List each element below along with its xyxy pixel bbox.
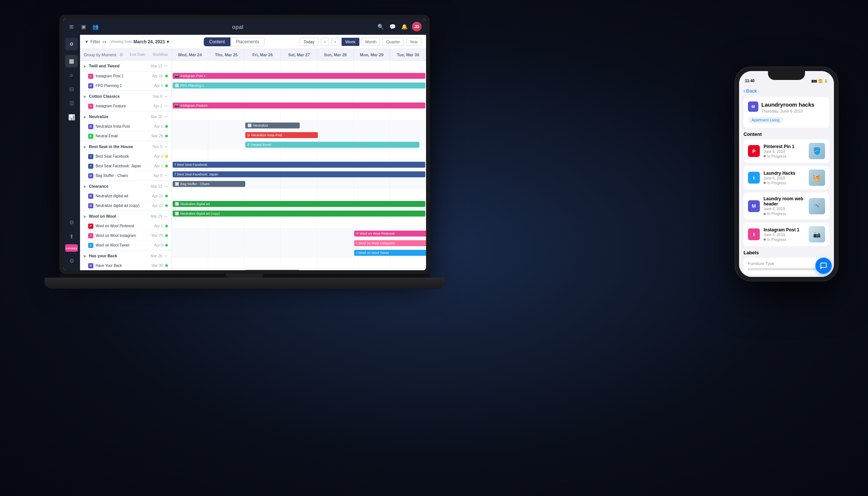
bar-instagram-feature[interactable]: 📷 Instagram Feature — [173, 103, 425, 108]
people-icon[interactable]: 👥 — [91, 23, 99, 31]
bar-wool-tweet[interactable]: t Wool on Wool Tweet — [354, 250, 426, 256]
phone-content-info-1: Pinterest Pin 1 June 6, 2019 In Progress — [764, 144, 805, 158]
phone-content-item-instagram[interactable]: I Instagram Post 1 June 6, 2019 In Progr… — [744, 222, 829, 246]
chat-icon[interactable]: 💬 — [388, 23, 396, 31]
phone-content-item-pinterest[interactable]: P Pinterest Pin 1 June 6, 2019 In Progre… — [744, 139, 829, 163]
moment-header-neutralize[interactable]: ▶ Neutralize Mar 26 •• — [80, 111, 172, 122]
item-wool-tweet[interactable]: t Wool on Wool Tweet Apr 8 — [80, 241, 172, 250]
monitor-icon[interactable]: ▣ — [79, 23, 87, 31]
year-view-button[interactable]: Year — [406, 38, 422, 46]
chart-icon[interactable]: 📊 — [65, 111, 78, 124]
item-platform-icon: M — [748, 101, 758, 112]
moment-header-hasback[interactable]: ▶ Has your Back Mar 26 •• — [80, 251, 172, 261]
bar-bestseat-fb-japan[interactable]: f Best Seat Facebook: Japan — [173, 171, 425, 177]
item-neutral-email[interactable]: E Neutral Email Mar 29 — [80, 131, 172, 141]
calendar-rows: 📷 Instagram Post 1 — [172, 61, 426, 270]
tasks-icon[interactable]: ☰ — [65, 97, 78, 110]
bar-wool-pinterest[interactable]: P Wool on Wool Pinterest — [354, 231, 426, 237]
group-by-label[interactable]: Group by Moment — [84, 53, 116, 57]
status-dot-green — [165, 75, 168, 77]
bar-wool-instagram[interactable]: I Wool on Wool Instagram — [354, 240, 426, 246]
left-panel: Group by Moment ⚙ End Date Workflow — [80, 49, 172, 270]
moment-header-clearance[interactable]: ▶ Clearance Mar 23 •• — [80, 181, 172, 191]
list-icon[interactable]: ≡ — [65, 69, 78, 81]
item-have-your-back[interactable]: D Have Your Back Mar 30 — [80, 261, 172, 270]
sidebar-toggle-icon[interactable]: ⊞ — [67, 23, 76, 31]
secondary-toolbar: ▼ Filter ↦ Viewing from March 24, 2021 ▾… — [80, 35, 426, 49]
next-arrow[interactable]: › — [331, 38, 339, 46]
cal-row-wool-tweet: t Wool on Wool Tweet — [172, 248, 426, 258]
settings-icon[interactable]: ⚙ — [65, 216, 78, 229]
item-instagram-post1[interactable]: I Instagram Post 1 Apr 15 — [80, 71, 172, 81]
moment-header-bestseat[interactable]: ▶ Best Seat in the House Nov 5 •• — [80, 141, 172, 152]
cal-row-instagram-post1: 📷 Instagram Post 1 — [172, 71, 426, 81]
status-dot-2 — [764, 182, 766, 184]
item-fpo-planning[interactable]: D FPO Planning 1 Apr 6 — [80, 81, 172, 91]
cal-row-has-your-back: ⬜ Has your Back — [172, 268, 426, 270]
quarter-view-button[interactable]: Quarter — [382, 38, 403, 46]
content-date-2: June 6, 2019 — [764, 176, 805, 180]
phone-content-item-display[interactable]: M Laundry room web header June 6, 2019 I… — [744, 192, 829, 219]
phone-content-area[interactable]: M Laundryroom hacks Thursday, June 6 201… — [739, 97, 834, 277]
calendar-icon[interactable]: ▦ — [65, 55, 78, 67]
content-date-1: June 6, 2019 — [764, 150, 805, 154]
bar-instagram-post1[interactable]: 📷 Instagram Post 1 — [173, 73, 425, 79]
content-status-4: In Progress — [764, 238, 805, 242]
pinterest-icon: P — [88, 224, 93, 229]
phone: 11:40 ▮▮▮ 📶 🔋 ‹ Back M — [735, 67, 838, 281]
content-thumb-3: 🚿 — [809, 198, 825, 214]
chat-fab[interactable] — [815, 258, 832, 274]
search-icon[interactable]: 🔍 — [376, 23, 385, 31]
moment-header-wool[interactable]: ▶ Wool on Wool Mar 29 •• — [80, 211, 172, 221]
fb-icon: f — [88, 154, 93, 159]
bar-digital-ad-copy[interactable]: ⬜ Neutralize digital ad (copy) — [173, 211, 425, 217]
moment-group-bestseat: ▶ Best Seat in the House Nov 5 •• f Best… — [80, 141, 172, 181]
user-avatar[interactable]: JD — [412, 22, 422, 31]
item-neutralize-insta[interactable]: D Neutralize Insta Post Apr 2 — [80, 122, 172, 131]
item-wool-pinterest[interactable]: P Wool on Wool Pinterest Apr 1 — [80, 221, 172, 231]
bar-digital-ad[interactable]: ⬜ Neutralize digital ad — [173, 201, 425, 207]
display-icon5: D — [88, 203, 93, 208]
item-neutralize-digital-copy[interactable]: D Neutralize digital ad (copy) Apr 22 — [80, 201, 172, 211]
bar-neutralize[interactable]: ⬜ Neutralize — [245, 123, 300, 128]
phone-content-item-twitter[interactable]: t Laundry Hacks June 6, 2019 In Progress… — [744, 166, 829, 190]
display-icon3: D — [88, 173, 93, 178]
filter-button[interactable]: ▼ Filter ↦ — [84, 39, 106, 44]
content-tab[interactable]: Content — [204, 37, 230, 46]
bar-bestseat-fb[interactable]: f Best Seat Facebook — [173, 162, 425, 168]
cal-row-neutral-email: E Neutral Email — [172, 140, 426, 150]
status-dot-3 — [764, 213, 766, 215]
item-neutralize-digital[interactable]: D Neutralize digital ad Apr 22 — [80, 191, 172, 201]
back-button[interactable]: ‹ Back — [744, 88, 757, 94]
moment-header-twill[interactable]: ▶ Twill and Tweed Mar 13 •• — [80, 61, 172, 71]
notifications-icon[interactable]: 🔔 — [400, 23, 408, 31]
bar-neutralize-insta[interactable]: D Neutralize Insta Post — [245, 132, 318, 138]
month-view-button[interactable]: Month — [362, 38, 380, 46]
wifi-icon: 📶 — [818, 79, 822, 83]
filter-icon[interactable]: ⊟ — [65, 83, 78, 95]
item-bestseat-fb[interactable]: f Best Seat Facebook Apr 1 — [80, 152, 172, 161]
item-instagram-feature[interactable]: I Instagram Feature Apr 2 •• — [80, 101, 172, 111]
phone-content-info-4: Instagram Post 1 June 6, 2019 In Progres… — [764, 227, 805, 242]
prev-arrow[interactable]: ‹ — [321, 38, 329, 46]
bar-has-your-back[interactable]: ⬜ Has your Back — [245, 270, 300, 270]
phone-tag[interactable]: Apartment Living — [748, 117, 783, 123]
content-date-3: June 6, 2019 — [764, 207, 805, 211]
settings-2-icon[interactable]: ⚙ — [65, 255, 78, 267]
item-wool-instagram[interactable]: I Wool on Wool Instagram Mar 29 — [80, 231, 172, 241]
bar-fpo[interactable]: ⬜ FPO Planning 1 — [173, 83, 425, 88]
week-view-button[interactable]: Week — [342, 38, 359, 46]
twitter-icon: t — [88, 243, 93, 248]
panel-settings-icon[interactable]: ⚙ — [119, 52, 124, 57]
item-bestseat-fb-japan[interactable]: f Best Seat Facebook: Japan Apr 1 — [80, 161, 172, 171]
moment-header-cotton[interactable]: ▶ Cotton Classics Sep 8 •• — [80, 91, 172, 101]
today-button[interactable]: Today — [300, 38, 319, 46]
content-status-3: In Progress — [764, 212, 805, 216]
bar-neutral-email[interactable]: E Neutral Email — [245, 142, 419, 148]
cal-row-neutralize-insta: D Neutralize Insta Post — [172, 130, 426, 140]
bar-bag-stuffer[interactable]: ⬜ Bag Stuffer - Chairs — [173, 181, 245, 187]
upload-icon[interactable]: ⬆ — [65, 230, 78, 243]
calendar-area: Group by Moment ⚙ End Date Workflow — [80, 49, 426, 270]
placements-tab[interactable]: Placements — [230, 37, 265, 46]
item-bag-stuffer[interactable]: D Bag Stuffer - Chairs Apr 9 •• — [80, 171, 172, 181]
